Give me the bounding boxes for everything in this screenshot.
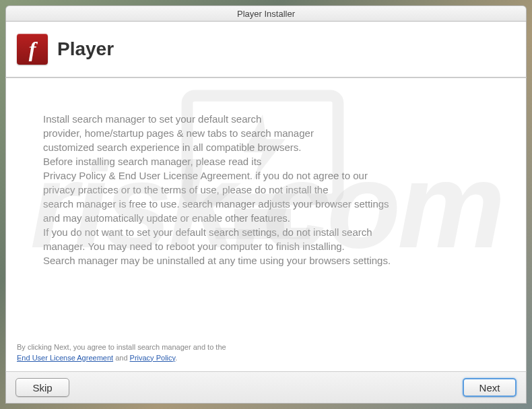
privacy-link[interactable]: Privacy Policy [130, 354, 176, 362]
window-title: Player Installer [237, 9, 295, 19]
footer-note: By clicking Next, you agree to install s… [17, 342, 515, 363]
footer-and: and [113, 354, 129, 362]
header-title: Player [57, 38, 114, 60]
svg-rect-2 [215, 228, 310, 239]
footer-prefix: By clicking Next, you agree to install s… [17, 343, 226, 351]
skip-button[interactable]: Skip [15, 378, 69, 397]
button-bar: Skip Next [5, 371, 527, 404]
next-button[interactable]: Next [463, 378, 517, 397]
footer-suffix: . [175, 354, 177, 362]
eula-link[interactable]: End User License Agreement [17, 354, 113, 362]
titlebar: Player Installer [5, 5, 527, 22]
flash-logo-icon: f [17, 34, 48, 65]
watermark-monitor-icon [168, 67, 357, 256]
svg-rect-1 [234, 209, 291, 228]
